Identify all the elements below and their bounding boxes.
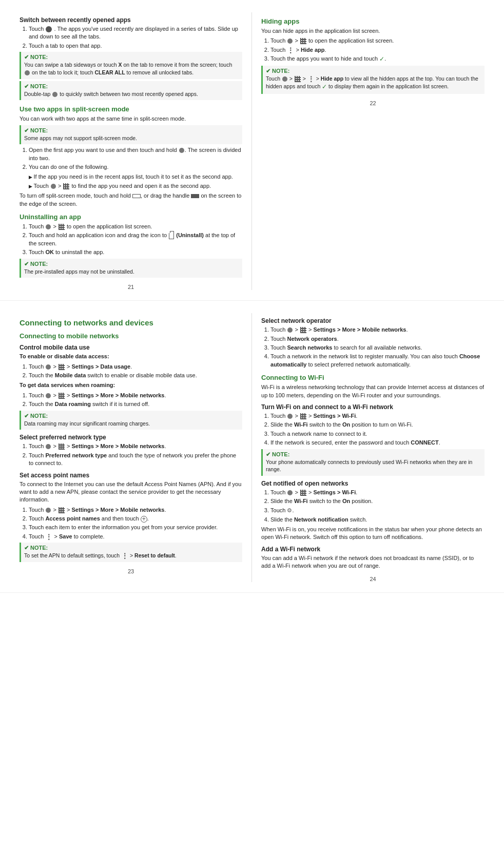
- spread-1: Switch between recently opened apps Touc…: [0, 0, 504, 301]
- note-text-split: Some apps may not support split-screen m…: [24, 134, 239, 142]
- list-item: Touch > to open the application list scr…: [29, 223, 242, 230]
- list-item: Touch and hold an application icon and d…: [29, 232, 242, 247]
- handle-icon: [132, 194, 141, 198]
- note-text: You can swipe a tab sideways or touch X …: [24, 61, 239, 76]
- note-title-split: ✔ NOTE:: [24, 127, 48, 133]
- note-box-roaming: ✔ NOTE: Data roaming may incur significa…: [20, 411, 242, 430]
- item-suffix: > Settings > Wi-Fi.: [308, 489, 357, 495]
- note-text-hide: Touch > > ⋮ > Hide app to view all the h…: [266, 75, 481, 91]
- note-box-2: ✔ NOTE: Double-tap to quickly switch bet…: [20, 81, 242, 101]
- list-item: Touch > > Settings > Data usage.: [29, 363, 242, 371]
- chevron: >: [53, 223, 57, 229]
- chevron: >: [295, 413, 300, 419]
- list-item: Touch . The apps you've used recently ar…: [29, 25, 242, 41]
- list-item: Touch a tab to open that app.: [29, 42, 242, 50]
- switch-apps-heading: Switch between recently opened apps: [20, 16, 242, 24]
- split-screen-options: If the app you need is in the recent app…: [29, 173, 242, 190]
- note-box-apn: ✔ NOTE: To set the APN to default settin…: [20, 543, 242, 562]
- list-item: Touch > > Settings > More > Mobile netwo…: [29, 392, 242, 399]
- item-suffix: to open the application list screen.: [67, 223, 152, 229]
- grid-icon: [295, 76, 301, 82]
- double-tap-icon: [52, 92, 57, 97]
- list-item: Slide the Wi-Fi switch to the On positio…: [270, 421, 484, 429]
- circle-icon: [46, 224, 51, 229]
- page-number-23: 23: [20, 568, 242, 574]
- list-item: Touch Access point names and then touch …: [29, 515, 242, 523]
- page-number-22: 22: [261, 100, 484, 106]
- page-number-21: 21: [20, 284, 242, 290]
- hold-icon: [179, 148, 184, 153]
- touch-label: Touch: [29, 392, 45, 398]
- note-text-uninstall: The pre-installed apps may not be uninst…: [24, 268, 239, 276]
- page-24: Select network operator Touch > > Settin…: [252, 313, 494, 582]
- list-item: Touch ⋮ > Save to complete.: [29, 533, 242, 541]
- list-item: Touch OK to uninstall the app.: [29, 248, 242, 256]
- chevron: >: [53, 443, 57, 449]
- mobile-networks-heading: Connecting to mobile networks: [20, 332, 242, 340]
- access-point-intro: To connect to the Internet you can use t…: [20, 480, 242, 504]
- uninstall-list: Touch > to open the application list scr…: [29, 223, 242, 257]
- roaming-list: Touch > > Settings > More > Mobile netwo…: [29, 392, 242, 409]
- touch-icon: [51, 184, 56, 189]
- item-suffix: > Settings > Wi-Fi.: [308, 413, 357, 419]
- wifi-on-heading: Turn Wi-Fi on and connect to a Wi-Fi net…: [261, 403, 484, 411]
- circle-icon: [46, 444, 51, 449]
- list-item: Open the first app you want to use and t…: [29, 146, 242, 162]
- note-title-roaming: ✔ NOTE:: [24, 413, 48, 419]
- list-item: Touch Preferred network type and touch t…: [29, 452, 242, 468]
- grid-icon: [59, 443, 65, 450]
- split-off-text: To turn off split-screen mode, touch and…: [20, 192, 242, 208]
- access-point-heading: Set access point names: [20, 472, 242, 479]
- grid-icon: [59, 393, 65, 399]
- list-item: Touch a network name to connect to it.: [270, 430, 484, 438]
- list-item: Slide the Wi-Fi switch to the On positio…: [270, 497, 484, 505]
- item-suffix: > Hide app.: [296, 47, 326, 53]
- chevron: >: [53, 363, 57, 370]
- circle-icon: [46, 508, 51, 513]
- circle-icon: [287, 38, 293, 44]
- item-suffix: to open the application list screen.: [308, 37, 394, 44]
- dots-icon: ⋮: [121, 552, 128, 560]
- touch-label: Touch: [29, 363, 45, 370]
- lock-icon: [25, 70, 30, 75]
- trash-icon: [169, 233, 174, 239]
- uninstall-heading: Uninstalling an app: [20, 213, 242, 221]
- page-number-24: 24: [261, 576, 484, 582]
- dots-icon: ⋮: [287, 47, 294, 54]
- grid-icon: [300, 413, 306, 419]
- select-operator-heading: Select network operator: [261, 317, 484, 324]
- note-title-hide: ✔ NOTE:: [266, 68, 289, 74]
- touch-label: Touch: [29, 443, 45, 449]
- split-screen-intro: You can work with two apps at the same t…: [20, 115, 242, 123]
- touch-label: Touch: [270, 47, 287, 53]
- note-box-wifi: ✔ NOTE: Your phone automatically connect…: [261, 449, 484, 476]
- list-item: Touch each item to enter the information…: [29, 524, 242, 531]
- check-icon: ✓: [379, 55, 384, 64]
- list-item: Touch Network operators.: [270, 335, 484, 343]
- note-text-wifi: Your phone automatically connects to pre…: [266, 458, 481, 473]
- list-item: Touch the apps you want to hide and touc…: [270, 55, 484, 64]
- hiding-apps-heading: Hiding apps: [261, 17, 484, 25]
- circle-icon: [287, 327, 293, 333]
- item-text: . The apps you've used recently are disp…: [29, 26, 238, 40]
- note-title-2: ✔ NOTE:: [24, 83, 48, 89]
- note-box: ✔ NOTE: You can swipe a tab sideways or …: [20, 52, 242, 79]
- item-suffix: > Settings > Data usage.: [67, 363, 132, 370]
- open-networks-heading: Get notified of open networks: [261, 480, 484, 487]
- control-data-heading: Control mobile data use: [20, 344, 242, 351]
- touch-label: Touch the apps you want to hide and touc…: [270, 55, 379, 62]
- grid-icon: [300, 327, 306, 333]
- chevron: >: [295, 489, 300, 495]
- list-item: Touch > > Settings > More > Mobile netwo…: [29, 506, 242, 514]
- note-box-hide: ✔ NOTE: Touch > > ⋮ > Hide app to view a…: [261, 66, 484, 94]
- list-item: Touch > > Settings > More > Mobile netwo…: [29, 442, 242, 450]
- enable-data-list: Touch > > Settings > Data usage. Touch t…: [29, 363, 242, 380]
- hiding-apps-list: Touch > to open the application list scr…: [270, 37, 484, 64]
- chevron: >: [295, 326, 300, 333]
- enable-data-subtitle: To enable or disable data access:: [20, 353, 242, 360]
- grid-icon: [59, 224, 65, 230]
- chevron: >: [53, 392, 57, 398]
- grid-icon: [63, 183, 69, 189]
- circle-icon: [46, 364, 51, 370]
- open-networks-list: Touch > > Settings > Wi-Fi. Slide the Wi…: [270, 489, 484, 524]
